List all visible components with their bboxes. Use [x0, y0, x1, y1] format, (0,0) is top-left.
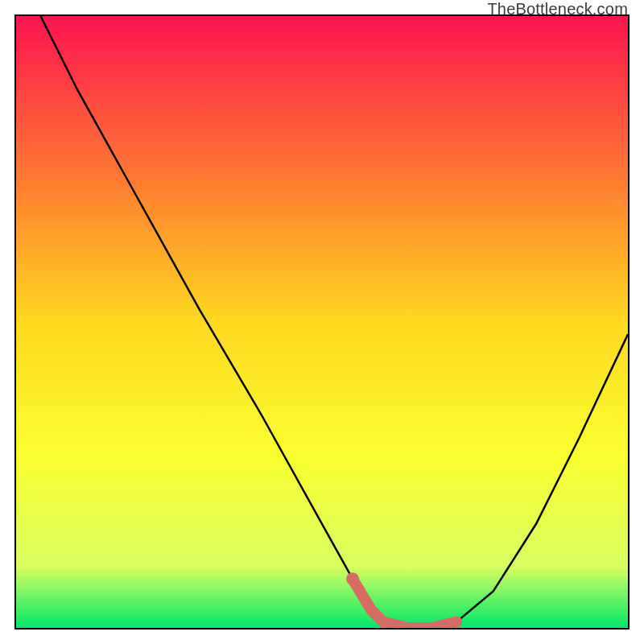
- svg-rect-0: [16, 16, 628, 628]
- gradient-background: [16, 16, 628, 628]
- plot-area: [14, 14, 630, 630]
- chart-container: TheBottleneck.com: [0, 0, 644, 644]
